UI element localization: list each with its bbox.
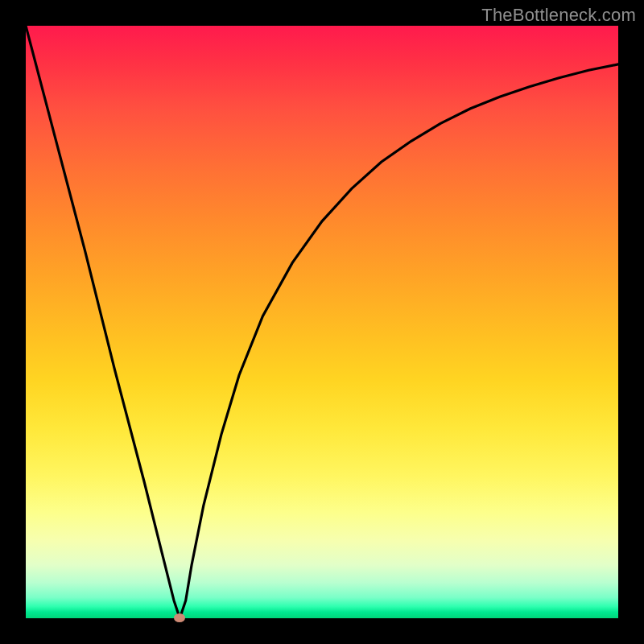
plot-area (26, 26, 618, 618)
minimum-marker-icon (174, 613, 185, 622)
chart-frame: TheBottleneck.com (0, 0, 644, 644)
curve-svg (26, 26, 618, 618)
watermark-label: TheBottleneck.com (481, 5, 636, 26)
bottleneck-curve (26, 26, 618, 618)
